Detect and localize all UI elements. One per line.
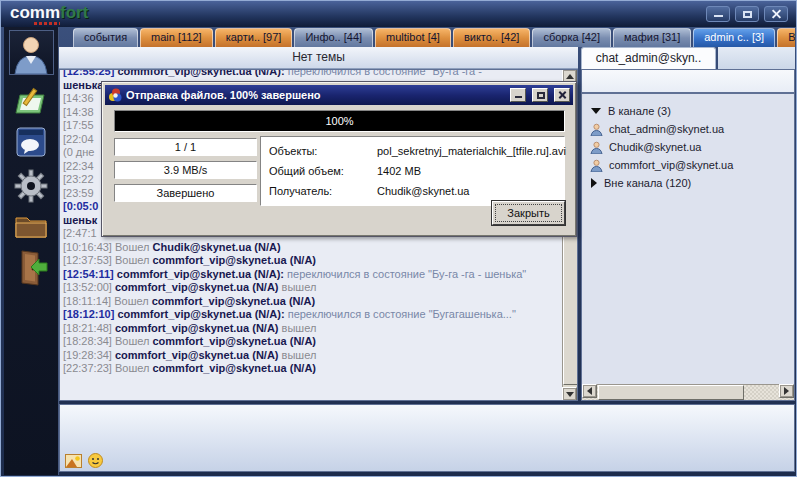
dialog-close-action-button[interactable]: Закрыть <box>492 201 565 225</box>
tab-0-события[interactable]: события <box>73 28 138 47</box>
recipient-label: Получатель: <box>269 181 377 201</box>
maximize-button[interactable] <box>735 6 759 22</box>
dialog-minimize-icon <box>515 96 522 98</box>
chat-window-icon <box>15 125 47 159</box>
tab-1-main-112-[interactable]: main [112] <box>140 28 213 47</box>
user-name: chat_admin@skynet.ua <box>609 123 724 135</box>
tab-2-карти-97-[interactable]: карти.. [97] <box>215 28 293 47</box>
minimize-icon <box>714 15 723 17</box>
tab-9-Battle-10-[interactable]: Battle.. [10] <box>777 28 795 47</box>
chat-line: [18:11:14] Вошел commfort_vip@skynet.ua … <box>63 295 561 309</box>
dialog-minimize-button[interactable] <box>510 88 526 102</box>
user-list-horizontal-scrollbar[interactable] <box>582 384 794 400</box>
dialog-maximize-button[interactable] <box>532 88 548 102</box>
commfort-window: commfort <box>0 0 797 477</box>
chat-line: [18:21:48] commfort_vip@skynet.ua (N/A) … <box>63 322 561 336</box>
commfort-app-icon <box>108 88 122 102</box>
chat-line: [13:52:00] commfort_vip@skynet.ua (N/A) … <box>63 281 561 295</box>
info-row-recipient: Получатель: Chudik@skynet.ua <box>269 181 556 201</box>
chat-line: [12:37:53] Вошел commfort_vip@skynet.ua … <box>63 254 561 268</box>
dialog-close-icon <box>558 91 567 100</box>
arrow-down-icon <box>566 392 574 397</box>
expand-group-icon <box>591 178 597 188</box>
user-avatar-icon <box>590 141 603 154</box>
chat-line: [10:16:43] Вошел Chudik@skynet.ua (N/A) <box>63 241 561 255</box>
user-group-label: Вне канала (120) <box>604 177 691 189</box>
tab-8-admin-c-3-[interactable]: admin c.. [3] <box>693 28 775 47</box>
private-chat-tab[interactable]: chat_admin@skyn.. <box>581 47 716 69</box>
size-value: 1402 MB <box>377 161 556 181</box>
arrow-right-icon <box>784 387 789 395</box>
exit-button[interactable] <box>10 249 52 287</box>
folder-button[interactable] <box>10 213 52 239</box>
logo-fort: fort <box>60 3 88 22</box>
objects-label: Объекты: <box>269 141 377 161</box>
chat-line: [22:37:23] Вошел commfort_vip@skynet.ua … <box>63 362 561 376</box>
user-group-header[interactable]: В канале (3) <box>582 102 794 120</box>
maximize-icon <box>743 11 752 18</box>
tab-7-мафия-31-[interactable]: мафия [31] <box>613 28 691 47</box>
chat-line: [19:28:34] commfort_vip@skynet.ua (N/A) … <box>63 349 561 363</box>
transfer-speed-field: 3.9 MB/s <box>114 161 257 179</box>
size-label: Общий объем: <box>269 161 377 181</box>
arrow-up-icon <box>566 74 574 79</box>
scroll-left-button[interactable] <box>582 384 597 398</box>
topic-bar: Нет темы <box>59 47 578 69</box>
gear-icon <box>14 169 48 203</box>
chat-line: [12:54:11] commfort_vip@skynet.ua (N/A):… <box>63 268 561 282</box>
dialog-maximize-icon <box>537 92 545 99</box>
chat-line: [12:55:25] commfort_vip@skynet.ua (N/A):… <box>63 69 561 79</box>
close-icon <box>771 9 782 20</box>
hscroll-thumb[interactable] <box>598 385 744 400</box>
logo-comm: comm <box>10 3 60 22</box>
commfort-logo: commfort <box>10 3 88 23</box>
titlebar: commfort <box>1 1 796 27</box>
user-list: В канале (3)chat_admin@skynet.uaChudik@s… <box>582 96 794 383</box>
my-avatar[interactable] <box>9 30 54 75</box>
objects-value: pol_sekretnyj_materialchik_[tfile.ru].av… <box>377 141 566 161</box>
message-input[interactable] <box>59 404 795 472</box>
tab-6-сборка-42-[interactable]: сборка [42] <box>532 28 611 47</box>
user-panel-header[interactable] <box>582 70 794 94</box>
chat-line: [18:12:10] commfort_vip@skynet.ua (N/A):… <box>63 308 561 322</box>
folder-icon <box>14 213 48 239</box>
insert-smiley-icon[interactable] <box>88 453 103 468</box>
user-group-header[interactable]: Вне канала (120) <box>582 174 794 192</box>
tab-3-Инфо-44-[interactable]: Инфо.. [44] <box>294 28 373 47</box>
insert-image-icon[interactable] <box>65 454 82 468</box>
user-item[interactable]: chat_admin@skynet.ua <box>582 120 794 138</box>
dialog-close-button[interactable] <box>554 88 570 102</box>
dialog-titlebar: Отправка файлов. 100% завершено <box>105 85 573 105</box>
scroll-right-button[interactable] <box>779 384 794 398</box>
user-item[interactable]: commfort_vip@skynet.ua <box>582 156 794 174</box>
notes-icon <box>14 87 48 117</box>
minimize-button[interactable] <box>706 6 730 22</box>
file-transfer-dialog: Отправка файлов. 100% завершено 100% 1 /… <box>101 81 577 237</box>
user-avatar-icon <box>590 159 603 172</box>
user-avatar-icon <box>590 123 603 136</box>
settings-button[interactable] <box>10 169 52 203</box>
transfer-progress-bar: 100% <box>114 110 565 132</box>
channel-tabbar: событияmain [112]карти.. [97]Инфо.. [44]… <box>59 27 795 47</box>
exit-door-icon <box>14 249 48 287</box>
user-item[interactable]: Chudik@skynet.ua <box>582 138 794 156</box>
user-group-label: В канале (3) <box>608 105 671 117</box>
window-controls <box>706 6 788 22</box>
logo-red-marks <box>34 22 60 25</box>
scroll-down-button[interactable] <box>562 387 577 401</box>
notes-button[interactable] <box>10 87 52 117</box>
transfer-info-box: Объекты: pol_sekretnyj_materialchik_[tfi… <box>260 136 565 206</box>
chat-window-button[interactable] <box>10 125 52 159</box>
transfer-count-field: 1 / 1 <box>114 138 257 156</box>
tab-4-multibot-4-[interactable]: multibot [4] <box>375 28 451 47</box>
collapse-group-icon <box>591 108 601 114</box>
close-button[interactable] <box>764 6 788 22</box>
tab-5-викто-42-[interactable]: викто.. [42] <box>453 28 530 47</box>
sidebar <box>4 27 59 475</box>
user-name: Chudik@skynet.ua <box>609 141 702 153</box>
input-toolbar <box>65 453 103 468</box>
chat-line: [18:28:34] Вошел commfort_vip@skynet.ua … <box>63 335 561 349</box>
arrow-left-icon <box>587 387 592 395</box>
info-row-size: Общий объем: 1402 MB <box>269 161 556 181</box>
user-panel: В канале (3)chat_admin@skynet.uaChudik@s… <box>581 69 795 401</box>
